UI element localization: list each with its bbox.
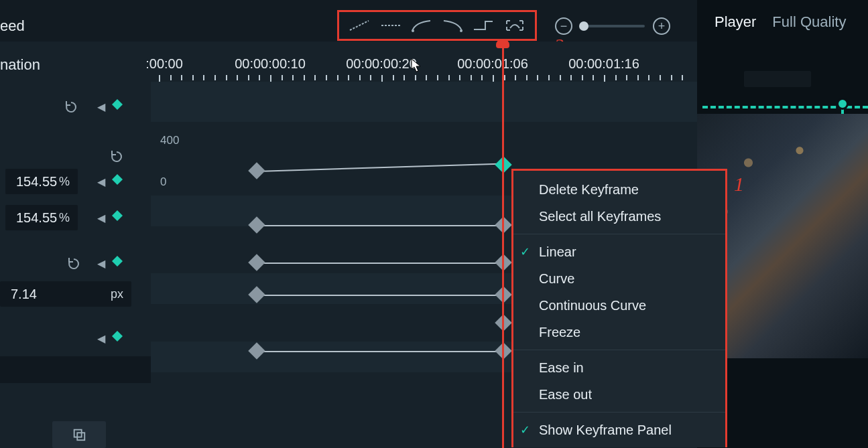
ruler-tick (582, 75, 583, 80)
animation-keyframe-toggle[interactable] (111, 98, 123, 110)
curve-mode-custom-button[interactable] (501, 16, 528, 35)
ruler-tick (437, 75, 438, 80)
ruler-tick (292, 75, 294, 80)
ctx-separator-1 (513, 234, 725, 234)
curve-mode-ease-in-button[interactable] (439, 16, 466, 35)
curve-extra (257, 351, 504, 352)
ctx-delete-keyframe[interactable]: Delete Keyframe (513, 176, 725, 203)
scale-x-input[interactable]: 154.55 % (5, 169, 78, 194)
ruler-tick (560, 75, 561, 80)
timeline-playhead[interactable] (502, 42, 504, 448)
timeline-ruler[interactable]: :00:00 00:00:00:10 00:00:00:20 00:00:01:… (151, 42, 697, 82)
ruler-tick (548, 75, 550, 80)
ruler-tick (515, 75, 516, 80)
position-reset-button[interactable] (64, 254, 83, 273)
ruler-tick (181, 75, 182, 80)
tab-full-quality[interactable]: Full Quality (772, 13, 846, 31)
svg-marker-5 (112, 256, 123, 267)
ruler-tick (626, 75, 627, 80)
ctx-linear[interactable]: ✓ Linear (513, 238, 725, 265)
ctx-separator-2 (513, 350, 725, 350)
marker-playhead-icon[interactable] (836, 98, 849, 110)
curve-mode-flat-button[interactable] (377, 16, 404, 35)
ruler-label-0: :00:00 (145, 56, 183, 72)
position-prev-keyframe-icon[interactable]: ◀ (97, 258, 106, 268)
ruler-tick (404, 75, 405, 80)
track-animation[interactable] (151, 82, 697, 122)
ruler-tick (337, 75, 338, 80)
speed-label-fragment: eed (0, 17, 25, 35)
position-keyframe-toggle[interactable] (111, 255, 123, 267)
ruler-tick (192, 75, 194, 80)
extra-prev-keyframe-icon[interactable]: ◀ (97, 333, 106, 343)
ruler-tick (537, 75, 538, 80)
scale-x-unit: % (59, 175, 70, 189)
scale-y-unit: % (59, 211, 70, 225)
ruler-tick (304, 75, 305, 80)
scale-y-keyframe-toggle[interactable] (111, 210, 123, 222)
ruler-tick (481, 75, 483, 80)
curve-mode-ease-out-button[interactable] (408, 16, 435, 35)
scale-y-value: 154.55 (16, 210, 57, 226)
player-tabs: Player Full Quality (697, 0, 868, 40)
ruler-tick (671, 75, 672, 80)
annotation-1: 1 (734, 173, 744, 196)
ruler-tick (203, 75, 204, 80)
timeline-zoom-control: − + (555, 17, 670, 35)
scale-y-prev-keyframe-icon[interactable]: ◀ (97, 213, 106, 222)
ruler-label-3: 00:00:01:06 (457, 56, 528, 72)
zoom-in-button[interactable]: + (653, 17, 670, 35)
animation-prev-keyframe-icon[interactable]: ◀ (97, 102, 106, 111)
curve-mode-linear-button[interactable] (346, 16, 373, 35)
player-timestamp-box (744, 71, 811, 87)
curve-pos-x (257, 295, 504, 296)
animation-reset-button[interactable] (62, 98, 80, 117)
ctx-freeze[interactable]: Freeze (513, 319, 725, 346)
ruler-tick (348, 75, 349, 80)
svg-marker-3 (112, 174, 123, 185)
ctx-show-keyframe-panel[interactable]: ✓ Show Keyframe Panel (513, 417, 725, 443)
ruler-tick (459, 75, 460, 80)
extra-keyframe-toggle[interactable] (111, 330, 123, 342)
ruler-tick (370, 75, 371, 80)
ruler-tick (415, 75, 416, 80)
ruler-tick (615, 75, 617, 80)
tab-player[interactable]: Player (715, 13, 756, 31)
ctx-ease-out[interactable]: Ease out (513, 381, 725, 408)
ruler-label-1: 00:00:00:10 (235, 56, 306, 72)
ctx-curve[interactable]: Curve (513, 265, 725, 292)
ruler-tick (471, 75, 472, 80)
svg-point-1 (460, 29, 462, 32)
ruler-tick (259, 75, 260, 80)
ruler-tick (682, 75, 683, 80)
duplicate-button[interactable] (52, 421, 106, 448)
ruler-tick (326, 75, 327, 80)
ctx-continuous-curve[interactable]: Continuous Curve (513, 292, 725, 319)
ruler-tick (226, 75, 227, 80)
scale-x-prev-keyframe-icon[interactable]: ◀ (97, 177, 106, 186)
curve-pos-group (257, 263, 504, 264)
ruler-tick (570, 75, 572, 80)
ctx-ease-in[interactable]: Ease in (513, 354, 725, 381)
playhead-handle-icon[interactable] (496, 39, 509, 48)
position-x-input[interactable]: 7.14 px (0, 281, 131, 307)
ctx-separator-3 (513, 412, 725, 413)
ctx-select-all-keyframes[interactable]: Select all Keyframes (513, 203, 725, 230)
curve-mode-step-button[interactable] (470, 16, 497, 35)
ruler-tick (448, 75, 450, 80)
scale-reset-button[interactable] (107, 147, 126, 166)
svg-marker-6 (112, 331, 123, 342)
zoom-slider-thumb[interactable] (579, 21, 588, 31)
zoom-out-button[interactable]: − (555, 17, 572, 35)
position-x-unit: px (111, 287, 123, 301)
ruler-tick (314, 75, 316, 80)
ruler-tick (426, 75, 427, 80)
ruler-tick (237, 75, 238, 80)
ruler-tick (170, 75, 172, 80)
scale-x-keyframe-toggle[interactable] (111, 173, 123, 185)
scale-y-input[interactable]: 154.55 % (5, 205, 78, 230)
zoom-slider[interactable] (580, 25, 645, 27)
svg-marker-2 (112, 99, 123, 110)
ruler-tick (660, 75, 661, 80)
ruler-tick (282, 75, 283, 80)
